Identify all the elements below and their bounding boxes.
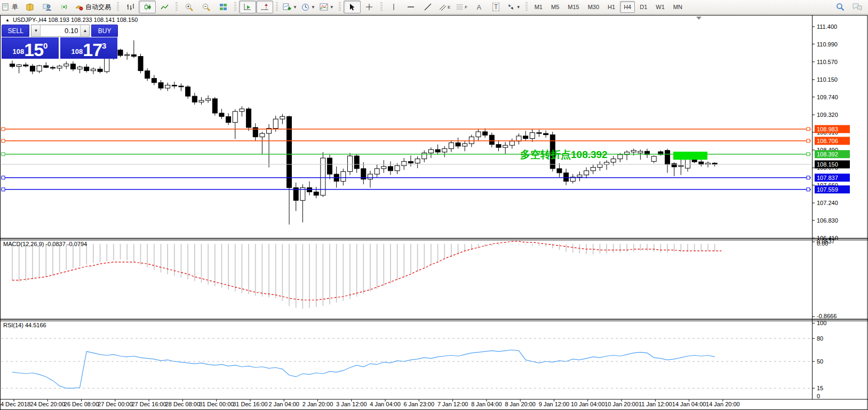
timeframe-m5-button[interactable]: M5 xyxy=(547,1,563,13)
channel-icon xyxy=(439,3,447,11)
timeframe-h1-button[interactable]: H1 xyxy=(604,1,619,13)
volume-increase-button[interactable]: ▲ xyxy=(80,25,89,36)
autotrade-hat-icon xyxy=(75,3,83,11)
chat-icon[interactable] xyxy=(852,3,863,11)
chart-canvas: 111.400110.990110.570110.150109.740109.3… xyxy=(0,0,868,410)
volume-decrease-button[interactable]: ▼ xyxy=(31,25,41,36)
zoom-out-button[interactable] xyxy=(197,1,214,13)
svg-text:7 Jan 12:00: 7 Jan 12:00 xyxy=(437,401,468,407)
horizontal-line-tool-button[interactable] xyxy=(402,1,419,13)
new-chart-button[interactable]: ▼ xyxy=(281,1,299,13)
channel-letter: E xyxy=(448,5,450,10)
text-tool-button[interactable]: A xyxy=(471,1,488,13)
text-tool-icon: A xyxy=(476,3,481,11)
vertical-line-tool-button[interactable] xyxy=(385,1,402,13)
search-icon[interactable] xyxy=(836,3,845,11)
line-handle xyxy=(807,188,810,191)
period-button[interactable]: ▼ xyxy=(299,1,317,13)
timeframe-d1-button[interactable]: D1 xyxy=(636,1,651,13)
trendline-icon xyxy=(424,3,432,11)
fibonacci-tool-button[interactable]: F xyxy=(453,1,471,13)
zoom-in-icon xyxy=(185,3,193,11)
line-handle xyxy=(2,128,5,131)
chevron-down-icon: ▼ xyxy=(293,5,297,10)
one-click-trading-panel: SELL ▼ ▲ BUY 108 15 0 108 17 3 xyxy=(2,25,118,59)
new-order-button[interactable]: 单 xyxy=(0,1,21,13)
timeframe-h4-button[interactable]: H4 xyxy=(620,1,635,13)
timeframe-m15-button[interactable]: M15 xyxy=(564,1,583,13)
tile-windows-icon xyxy=(219,3,227,11)
toolbar-grip xyxy=(176,2,178,12)
chart-shift-button[interactable] xyxy=(256,1,273,13)
timeframe-m30-button[interactable]: M30 xyxy=(584,1,603,13)
zoom-in-button[interactable] xyxy=(180,1,197,13)
timeframe-mn-button[interactable]: MN xyxy=(670,1,686,13)
svg-text:31 Dec 00:00: 31 Dec 00:00 xyxy=(199,401,234,407)
bar-chart-icon xyxy=(126,3,134,11)
buy-button[interactable]: BUY xyxy=(91,25,118,37)
chevron-down-icon: ▼ xyxy=(330,5,334,10)
new-order-icon xyxy=(2,3,10,11)
timeframe-w1-button[interactable]: W1 xyxy=(652,1,668,13)
text-label-tool-button[interactable]: T xyxy=(488,1,505,13)
crosshair-tool-button[interactable] xyxy=(361,1,378,13)
toolbar-grip xyxy=(380,2,383,12)
horizontal-line-icon xyxy=(407,3,415,11)
time-axis: 24 Dec 201824 Dec 20:0026 Dec 08:0027 De… xyxy=(0,399,740,407)
autotrade-button[interactable]: 自动交易 xyxy=(73,1,114,13)
line-handle xyxy=(807,176,810,179)
timeframe-m1-button[interactable]: M1 xyxy=(531,1,546,13)
line-chart-button[interactable] xyxy=(156,1,173,13)
signals-button[interactable] xyxy=(55,1,73,13)
svg-text:10 Jan 20:00: 10 Jan 20:00 xyxy=(604,401,639,407)
candlestick-chart-button[interactable] xyxy=(139,1,156,13)
tile-windows-button[interactable] xyxy=(214,1,232,13)
svg-text:28 Dec 08:00: 28 Dec 08:00 xyxy=(165,401,200,407)
timeframe-group: M1M5M15M30H1H4D1W1MN xyxy=(530,1,687,13)
turning-point-annotation[interactable]: 多空转折点108.392 xyxy=(520,149,608,160)
sell-price-display[interactable]: 108 15 0 xyxy=(2,37,59,59)
channel-tool-button[interactable]: E xyxy=(436,1,453,13)
bar-chart-button[interactable] xyxy=(122,1,139,13)
svg-text:27 Dec 16:00: 27 Dec 16:00 xyxy=(131,401,166,407)
line-handle xyxy=(807,139,810,143)
svg-text:26 Dec 08:00: 26 Dec 08:00 xyxy=(64,401,99,407)
svg-text:24 Dec 2018: 24 Dec 2018 xyxy=(0,401,30,407)
svg-text:0.0537: 0.0537 xyxy=(817,238,835,245)
vertical-line-icon xyxy=(391,3,396,11)
toolbar-grip xyxy=(276,2,278,12)
sell-button[interactable]: SELL xyxy=(2,25,29,37)
collapse-icon[interactable]: ▲ xyxy=(5,18,10,22)
sell-price-main: 15 xyxy=(24,42,43,58)
auto-scroll-button[interactable] xyxy=(239,1,256,13)
buy-price-display[interactable]: 108 17 3 xyxy=(60,37,117,59)
toolbar-grip xyxy=(117,2,119,12)
chart-title-bar: ▲ USDJPY-,H4 108.193 108.233 108.141 108… xyxy=(5,17,138,23)
volume-input[interactable] xyxy=(41,25,80,36)
chevron-down-icon: ▼ xyxy=(516,5,521,10)
profiles-button[interactable] xyxy=(21,1,38,13)
line-handle xyxy=(2,139,5,143)
svg-text:107.240: 107.240 xyxy=(817,200,838,206)
indicators-icon xyxy=(320,3,328,11)
market-watch-button[interactable] xyxy=(38,1,55,13)
buy-price-main: 17 xyxy=(83,42,102,58)
line-handle xyxy=(2,153,5,156)
highlight-rect[interactable] xyxy=(673,152,707,160)
trendline-tool-button[interactable] xyxy=(419,1,436,13)
toolbar: 单 自动交易 ▼ ▼ xyxy=(0,0,868,14)
toolbar-grip xyxy=(525,2,528,12)
svg-text:24 Dec 20:00: 24 Dec 20:00 xyxy=(30,401,65,407)
indicators-button[interactable]: ▼ xyxy=(317,1,336,13)
fibonacci-letter: F xyxy=(465,5,467,10)
svg-text:-0.8666: -0.8666 xyxy=(817,313,837,319)
svg-text:108.392: 108.392 xyxy=(817,151,838,157)
sell-price-pip: 0 xyxy=(43,41,47,50)
svg-text:15: 15 xyxy=(817,385,823,391)
svg-text:107.837: 107.837 xyxy=(817,175,838,181)
svg-text:4 Jan 04:00: 4 Jan 04:00 xyxy=(370,401,401,407)
line-chart-icon xyxy=(161,3,169,11)
arrows-tool-button[interactable]: ▼ xyxy=(505,1,523,13)
cursor-tool-button[interactable] xyxy=(344,1,361,13)
signal-icon xyxy=(60,3,68,11)
